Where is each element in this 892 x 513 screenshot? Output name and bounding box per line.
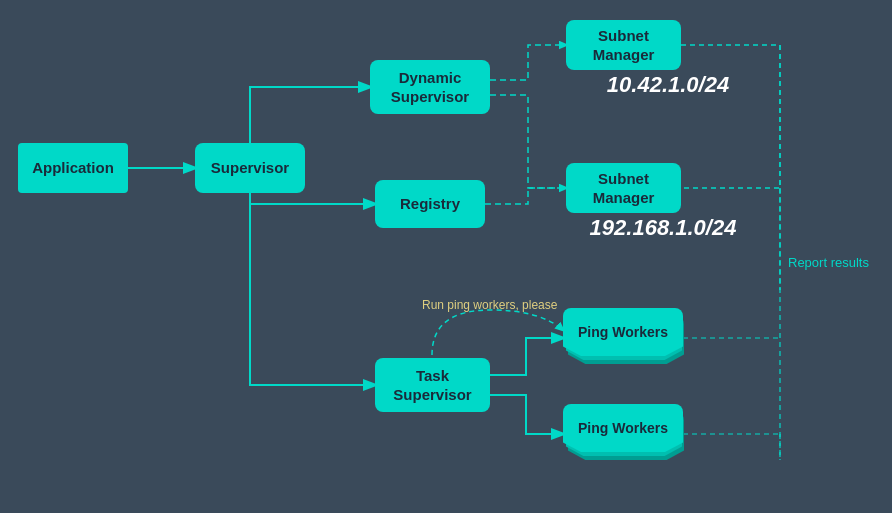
ping-workers-1-stack: Ping Workers	[563, 308, 683, 373]
supervisor-label: Supervisor	[211, 158, 289, 178]
ping-workers-2-label: Ping Workers	[578, 420, 668, 436]
task-supervisor-label: TaskSupervisor	[393, 366, 471, 405]
task-supervisor-node: TaskSupervisor	[375, 358, 490, 412]
dynamic-supervisor-label: DynamicSupervisor	[391, 68, 469, 107]
registry-node: Registry	[375, 180, 485, 228]
ping-workers-1-label: Ping Workers	[578, 324, 668, 340]
report-results-label: Report results	[788, 255, 869, 270]
supervisor-node: Supervisor	[195, 143, 305, 193]
registry-label: Registry	[400, 194, 460, 214]
ping-workers-2-stack: Ping Workers	[563, 404, 683, 469]
application-node: Application	[18, 143, 128, 193]
ping-message-label: Run ping workers, please	[422, 298, 557, 312]
dynamic-supervisor-node: DynamicSupervisor	[370, 60, 490, 114]
subnet-manager-1-label: SubnetManager	[593, 26, 655, 65]
subnet-1-ip-label: 10.42.1.0/24	[558, 72, 778, 98]
subnet-2-ip-label: 192.168.1.0/24	[548, 215, 778, 241]
diagram: Application Supervisor DynamicSupervisor…	[0, 0, 892, 513]
subnet-manager-2-label: SubnetManager	[593, 169, 655, 208]
subnet-manager-2-node: SubnetManager	[566, 163, 681, 213]
application-label: Application	[32, 158, 114, 178]
subnet-manager-1-node: SubnetManager	[566, 20, 681, 70]
